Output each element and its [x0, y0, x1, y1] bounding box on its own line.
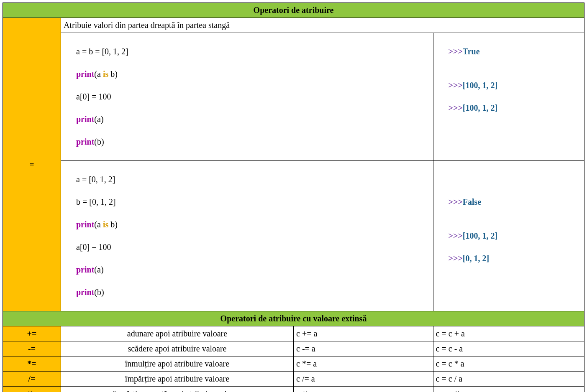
- table-row: *=înmulțire apoi atribuire valoarec *= a…: [3, 356, 584, 372]
- operator-usage: c *= a: [294, 356, 433, 372]
- operator-description: înmulțire apoi atribuire valoare: [61, 356, 294, 372]
- operator-equivalent: c = c / a: [433, 372, 584, 387]
- section-header-augmented: Operatori de atribuire cu valoare extins…: [3, 311, 584, 326]
- table-row: -=scădere apoi atribuire valoarec -= ac …: [3, 341, 584, 356]
- operator-description: împărțire exactă apoi atribuire valoare: [61, 387, 294, 392]
- operator-equivalent: c = c * a: [433, 356, 584, 372]
- example2-code: a = [0, 1, 2] b = [0, 1, 2] print(a is b…: [61, 161, 433, 311]
- table-row: //=împărțire exactă apoi atribuire valoa…: [3, 387, 584, 392]
- operator-usage: c += a: [294, 326, 433, 341]
- equals-description: Atribuie valori din partea dreaptă în pa…: [61, 18, 584, 33]
- operator-usage: c //= a: [294, 387, 433, 392]
- table-row: +=adunare apoi atribuire valoarec += ac …: [3, 326, 584, 341]
- operators-table: Operatori de atribuire = Atribuie valori…: [3, 3, 584, 392]
- operator-usage: c -= a: [294, 341, 433, 356]
- operator-usage: c /= a: [294, 372, 433, 387]
- operator-symbol: //=: [3, 387, 61, 392]
- operator-description: adunare apoi atribuire valoare: [61, 326, 294, 341]
- example2-output: >>>False >>>[100, 1, 2] >>>[0, 1, 2]: [433, 161, 584, 311]
- operator-symbol: /=: [3, 372, 61, 387]
- operator-symbol: +=: [3, 326, 61, 341]
- operator-equivalent: c = c + a: [433, 326, 584, 341]
- table-row: /=împărțire apoi atribuire valoarec /= a…: [3, 372, 584, 387]
- section-header-assignment: Operatori de atribuire: [3, 3, 584, 18]
- operator-description: scădere apoi atribuire valoare: [61, 341, 294, 356]
- example1-code: a = b = [0, 1, 2] print(a is b) a[0] = 1…: [61, 33, 433, 161]
- operator-symbol: *=: [3, 356, 61, 372]
- operator-equivalent: c = c - a: [433, 341, 584, 356]
- example1-output: >>>True >>>[100, 1, 2] >>>[100, 1, 2]: [433, 33, 584, 161]
- operator-description: împărțire apoi atribuire valoare: [61, 372, 294, 387]
- operator-equals: =: [3, 18, 61, 311]
- operator-equivalent: c = c // a: [433, 387, 584, 392]
- operator-symbol: -=: [3, 341, 61, 356]
